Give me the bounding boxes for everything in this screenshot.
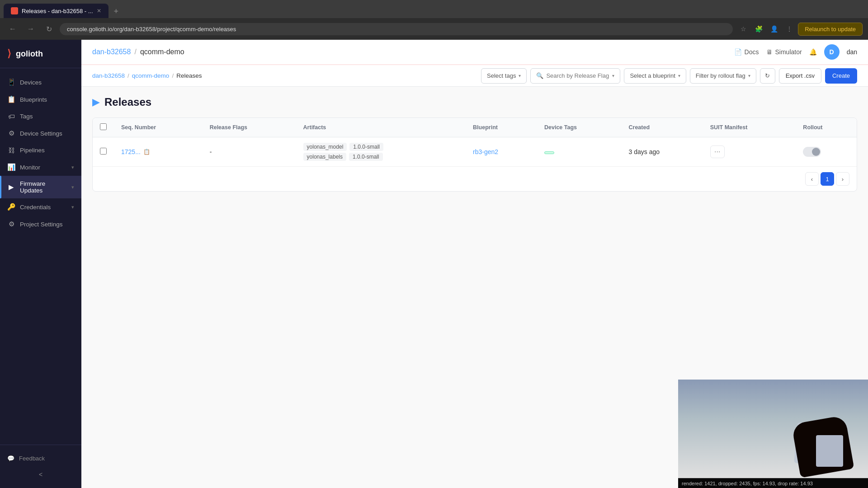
chevron-down-icon: ▾ [678, 73, 680, 78]
sidebar-item-monitor[interactable]: 📊 Monitor ▾ [0, 159, 81, 176]
video-overlay: rendered: 1421, dropped: 2435, fps: 14.9… [678, 380, 868, 488]
active-tab[interactable]: Releases - dan-b32658 - ... ✕ [4, 4, 108, 18]
row-checkbox-cell [93, 137, 114, 167]
org-project: dan-b32658 / qcomm-demo [92, 48, 184, 56]
sidebar: ⟩ golioth 📱 Devices 📋 Blueprints 🏷 Tags … [0, 40, 81, 488]
forward-button[interactable]: → [24, 22, 38, 36]
sidebar-item-pipelines[interactable]: ⛓ Pipelines [0, 142, 81, 159]
tab-close-button[interactable]: ✕ [97, 8, 101, 14]
search-flags-input[interactable]: 🔍 ▾ [530, 68, 620, 84]
sidebar-item-label: Device Settings [20, 130, 74, 137]
seq-number-cell: 1725... 📋 [114, 137, 203, 167]
next-page-button[interactable]: › [836, 172, 849, 186]
bookmark-button[interactable]: ☆ [736, 22, 750, 36]
credentials-icon: 🔑 [7, 203, 15, 211]
chevron-down-icon: ▾ [71, 184, 74, 190]
artifact-name-2: yolonas_labels [303, 153, 346, 161]
rollout-cell [796, 137, 857, 167]
select-all-checkbox[interactable] [100, 123, 107, 130]
docs-button[interactable]: 📄 Docs [734, 48, 759, 56]
chevron-down-icon: ▾ [612, 73, 614, 78]
toolbar: dan-b32658 / qcomm-demo / Releases Selec… [81, 65, 868, 87]
extensions-button[interactable]: 🧩 [752, 22, 765, 36]
chevron-down-icon: ▾ [748, 73, 750, 78]
suit-manifest-cell: ··· [703, 137, 796, 167]
artifact-row-1: yolonas_model 1.0.0-small [303, 143, 459, 151]
user-avatar[interactable]: D [824, 44, 840, 60]
feedback-item[interactable]: 💬 Feedback [0, 450, 81, 466]
sidebar-item-label: Tags [20, 113, 74, 120]
release-flags-header: Release Flags [203, 118, 296, 137]
artifacts-cell: yolonas_model 1.0.0-small yolonas_labels… [296, 137, 466, 167]
suit-manifest-header: SUIT Manifest [703, 118, 796, 137]
org-link[interactable]: dan-b32658 [92, 48, 131, 56]
select-blueprint-dropdown[interactable]: Select a blueprint ▾ [624, 68, 686, 84]
simulator-button[interactable]: 🖥 Simulator [766, 48, 802, 56]
logo-icon: ⟩ [7, 48, 11, 60]
sidebar-item-credentials[interactable]: 🔑 Credentials ▾ [0, 198, 81, 216]
refresh-button[interactable]: ↻ [760, 68, 775, 84]
sidebar-item-label: Credentials [20, 204, 67, 211]
breadcrumb-project[interactable]: qcomm-demo [132, 72, 170, 79]
app-header-left: dan-b32658 / qcomm-demo [92, 48, 184, 56]
sidebar-item-firmware-updates[interactable]: ▶ Firmware Updates ▾ [0, 176, 81, 198]
page-1-button[interactable]: 1 [821, 172, 834, 186]
blueprint-header: Blueprint [466, 118, 537, 137]
releases-table: Seq. Number Release Flags Artifacts Blue… [93, 118, 857, 167]
sidebar-item-label: Monitor [20, 164, 67, 171]
seq-number-link[interactable]: 1725... 📋 [121, 148, 195, 155]
browser-tabs: Releases - dan-b32658 - ... ✕ + [0, 0, 868, 18]
artifact-version-2: 1.0.0-small [349, 153, 383, 161]
feedback-label: Feedback [19, 455, 45, 462]
sidebar-item-device-settings[interactable]: ⚙ Device Settings [0, 125, 81, 142]
blueprint-link[interactable]: rb3-gen2 [473, 148, 498, 155]
artifact-version-1: 1.0.0-small [349, 143, 383, 151]
menu-button[interactable]: ⋮ [783, 22, 796, 36]
pagination: ‹ 1 › [93, 167, 857, 191]
pipelines-icon: ⛓ [7, 146, 15, 154]
prev-page-button[interactable]: ‹ [805, 172, 819, 186]
blueprints-icon: 📋 [7, 95, 15, 103]
row-select-checkbox[interactable] [100, 148, 107, 155]
release-flags-cell: - [203, 137, 296, 167]
sidebar-item-label: Pipelines [20, 147, 74, 154]
select-tags-dropdown[interactable]: Select tags ▾ [481, 68, 527, 84]
profile-button[interactable]: 👤 [767, 22, 781, 36]
artifact-badges: yolonas_model 1.0.0-small yolonas_labels… [303, 143, 459, 161]
copy-icon[interactable]: 📋 [143, 149, 150, 155]
search-flags-field[interactable] [546, 72, 609, 79]
sidebar-item-blueprints[interactable]: 📋 Blueprints [0, 91, 81, 108]
filter-rollout-dropdown[interactable]: Filter by rollout flag ▾ [690, 68, 756, 84]
sidebar-item-tags[interactable]: 🏷 Tags [0, 108, 81, 125]
select-all-header [93, 118, 114, 137]
toggle-knob [812, 148, 820, 156]
sidebar-item-project-settings[interactable]: ⚙ Project Settings [0, 216, 81, 233]
feedback-icon: 💬 [7, 455, 14, 462]
browser-chrome: Releases - dan-b32658 - ... ✕ + ← → ↻ ☆ … [0, 0, 868, 40]
chevron-down-icon: ▾ [519, 73, 521, 78]
create-button[interactable]: Create [825, 68, 857, 84]
suit-manifest-more-button[interactable]: ··· [710, 145, 725, 158]
sidebar-collapse-button[interactable]: < [0, 466, 81, 483]
export-button[interactable]: Export .csv [779, 68, 821, 84]
rollout-header: Rollout [796, 118, 857, 137]
artifact-row-2: yolonas_labels 1.0.0-small [303, 153, 459, 161]
breadcrumb: dan-b32658 / qcomm-demo / Releases [92, 72, 202, 79]
chevron-down-icon: ▾ [71, 204, 74, 210]
sidebar-item-devices[interactable]: 📱 Devices [0, 74, 81, 91]
video-held-object [816, 435, 843, 467]
back-button[interactable]: ← [5, 22, 20, 36]
breadcrumb-org[interactable]: dan-b32658 [92, 72, 125, 79]
breadcrumb-current: Releases [176, 72, 202, 79]
table-body: 1725... 📋 - yolonas_model [93, 137, 857, 167]
relaunch-button[interactable]: Relaunch to update [798, 23, 863, 36]
table-header: Seq. Number Release Flags Artifacts Blue… [93, 118, 857, 137]
new-tab-button[interactable]: + [110, 5, 123, 18]
rollout-toggle[interactable] [803, 147, 821, 157]
address-bar[interactable] [60, 23, 733, 35]
logo-text: golioth [16, 49, 43, 59]
notifications-button[interactable]: 🔔 [809, 48, 817, 56]
reload-button[interactable]: ↻ [42, 22, 56, 36]
table-row: 1725... 📋 - yolonas_model [93, 137, 857, 167]
firmware-icon: ▶ [7, 183, 15, 191]
